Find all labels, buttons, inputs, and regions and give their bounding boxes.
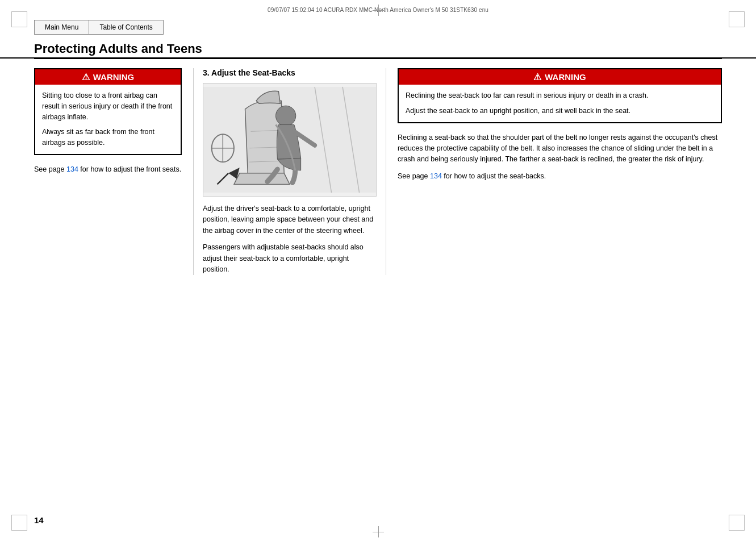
page-wrapper: 09/07/07 15:02:04 10 ACURA RDX MMC North… [0,0,756,542]
left-warning-body: Sitting too close to a front airbag can … [35,85,181,154]
right-warning-header: ⚠ WARNING [399,69,721,85]
left-column: ⚠ WARNING Sitting too close to a front a… [34,68,193,175]
corner-decoration-br [729,515,745,531]
right-see-page-text: See page 134 for how to adjust the seat-… [398,171,722,182]
left-warning-text-1: Sitting too close to a front airbag can … [42,90,174,122]
crosshair-top [373,5,384,16]
nav-buttons: Main Menu Table of Contents [0,15,756,37]
main-menu-button[interactable]: Main Menu [34,20,89,35]
section-heading: 3. Adjust the Seat-Backs [203,68,377,77]
seat-image [203,83,377,197]
title-divider [34,59,722,59]
right-page-link[interactable]: 134 [430,172,442,180]
three-column-layout: ⚠ WARNING Sitting too close to a front a… [0,68,756,275]
table-of-contents-button[interactable]: Table of Contents [89,20,163,35]
left-body-prefix: See page [34,165,66,173]
right-see-prefix: See page [398,172,430,180]
left-warning-icon: ⚠ [82,72,90,82]
right-warning-icon: ⚠ [533,72,541,82]
page-number: 14 [34,515,44,525]
left-warning-header: ⚠ WARNING [35,69,181,85]
left-body-suffix: for how to adjust the front seats. [78,165,181,173]
corner-decoration-bl [11,515,27,531]
page-title: Protecting Adults and Teens [0,37,756,59]
right-body-text: Reclining a seat-back so that the should… [398,132,722,165]
corner-decoration-tr [729,11,745,27]
left-page-link[interactable]: 134 [66,165,78,173]
center-body-text-1: Adjust the driver's seat-back to a comfo… [203,203,377,236]
crosshair-bottom [373,526,384,537]
svg-point-6 [275,106,295,126]
right-warning-body: Reclining the seat-back too far can resu… [399,85,721,122]
left-warning-box: ⚠ WARNING Sitting too close to a front a… [34,68,182,155]
right-warning-text-1: Reclining the seat-back too far can resu… [406,90,714,101]
right-warning-title: WARNING [545,72,586,82]
left-warning-text-2: Always sit as far back from the front ai… [42,127,174,148]
right-warning-box: ⚠ WARNING Reclining the seat-back too fa… [398,68,722,123]
center-body-text-2: Passengers with adjustable seat-backs sh… [203,242,377,275]
center-column: 3. Adjust the Seat-Backs [193,68,386,275]
right-warning-text-2: Adjust the seat-back to an upright posit… [406,106,714,116]
corner-decoration-tl [11,11,27,27]
left-warning-title: WARNING [93,72,135,82]
left-body-text: See page 134 for how to adjust the front… [34,164,182,175]
right-see-suffix: for how to adjust the seat-backs. [442,172,546,180]
right-column: ⚠ WARNING Reclining the seat-back too fa… [386,68,722,182]
